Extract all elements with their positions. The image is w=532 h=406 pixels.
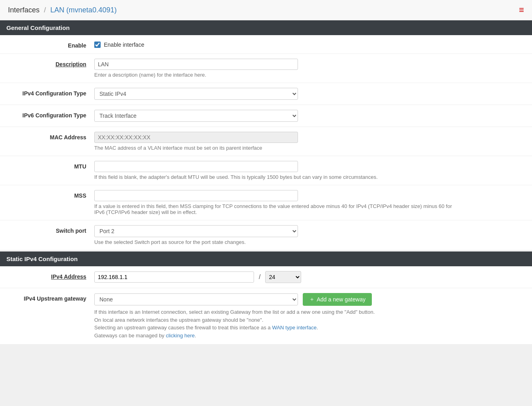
- breadcrumb-separator: /: [44, 6, 46, 14]
- ipv4-upstream-gateway-select[interactable]: None: [94, 293, 298, 305]
- breadcrumb-root: Interfaces: [8, 6, 40, 14]
- description-help: Enter a description (name) for the inter…: [94, 72, 454, 78]
- ipv6-config-type-row: IPv6 Configuration Type None Static IPv6…: [0, 105, 532, 127]
- switch-port-help: Use the selected Switch port as source f…: [94, 239, 454, 245]
- ipv4-config-type-select[interactable]: None Static IPv4 DHCP PPPoE: [94, 88, 298, 100]
- ipv6-config-type-label: IPv6 Configuration Type: [6, 110, 94, 119]
- breadcrumb: Interfaces / LAN (mvneta0.4091): [8, 6, 117, 14]
- mss-input[interactable]: [94, 190, 298, 201]
- switch-port-content: Port 1 Port 2 Port 3 Port 4 Use the sele…: [94, 225, 526, 245]
- switch-port-row: Switch port Port 1 Port 2 Port 3 Port 4 …: [0, 220, 532, 250]
- plus-icon: ＋: [309, 296, 315, 303]
- add-new-gateway-button[interactable]: ＋ Add a new gateway: [303, 293, 372, 306]
- ipv4-upstream-gateway-content: None ＋ Add a new gateway If this interfa…: [94, 293, 526, 339]
- mtu-input[interactable]: [94, 161, 298, 172]
- breadcrumb-current: LAN (mvneta0.4091): [50, 6, 117, 14]
- enable-row: Enable Enable interface: [0, 35, 532, 54]
- hamburger-icon[interactable]: ≡: [519, 5, 524, 15]
- mss-content: If a value is entered in this field, the…: [94, 190, 526, 215]
- mac-address-label: MAC Address: [6, 132, 94, 141]
- enable-content: Enable interface: [94, 40, 526, 48]
- mss-label: MSS: [6, 190, 94, 199]
- mtu-label: MTU: [6, 161, 94, 170]
- ipv6-config-type-content: None Static IPv6 DHCP6 Track Interface S…: [94, 110, 526, 122]
- slash-separator: /: [257, 273, 262, 281]
- general-config-header: General Configuration: [0, 20, 532, 35]
- enable-checkbox[interactable]: [94, 42, 101, 48]
- mtu-row: MTU If this field is blank, the adapter'…: [0, 156, 532, 185]
- ipv4-config-type-row: IPv4 Configuration Type None Static IPv4…: [0, 83, 532, 105]
- ipv4-upstream-gateway-label: IPv4 Upstream gateway: [6, 293, 94, 302]
- ipv6-config-type-select[interactable]: None Static IPv6 DHCP6 Track Interface S…: [94, 110, 298, 122]
- static-ipv4-panel: Static IPv4 Configuration IPv4 Address /…: [0, 252, 532, 344]
- mss-help: If a value is entered in this field, the…: [94, 203, 454, 215]
- mac-address-content: The MAC address of a VLAN interface must…: [94, 132, 526, 151]
- description-row: Description Enter a description (name) f…: [0, 54, 532, 83]
- gateway-help-text: If this interface is an Internet connect…: [94, 308, 454, 339]
- mtu-content: If this field is blank, the adapter's de…: [94, 161, 526, 180]
- add-gateway-label: Add a new gateway: [317, 296, 365, 303]
- ipv4-config-type-label: IPv4 Configuration Type: [6, 88, 94, 97]
- mac-address-input[interactable]: [94, 132, 298, 143]
- clicking-here-link[interactable]: clicking here: [166, 333, 195, 339]
- enable-label: Enable: [6, 40, 94, 49]
- mac-address-help: The MAC address of a VLAN interface must…: [94, 145, 454, 151]
- ipv4-address-row: IPv4 Address / 8 16 20 21 22 23 24 25 26…: [0, 266, 532, 288]
- static-ipv4-header: Static IPv4 Configuration: [0, 252, 532, 266]
- ipv4-upstream-gateway-row: IPv4 Upstream gateway None ＋ Add a new g…: [0, 288, 532, 344]
- mss-row: MSS If a value is entered in this field,…: [0, 185, 532, 220]
- switch-port-label: Switch port: [6, 225, 94, 234]
- cidr-select[interactable]: 8 16 20 21 22 23 24 25 26 27 28 29 30 32: [265, 271, 301, 283]
- ipv4-config-type-content: None Static IPv4 DHCP PPPoE: [94, 88, 526, 100]
- mac-address-row: MAC Address The MAC address of a VLAN in…: [0, 127, 532, 156]
- description-content: Enter a description (name) for the inter…: [94, 59, 526, 78]
- wan-type-interface-link[interactable]: WAN type interface: [272, 325, 317, 331]
- ipv4-address-content: / 8 16 20 21 22 23 24 25 26 27 28 29 30 …: [94, 271, 526, 283]
- switch-port-select[interactable]: Port 1 Port 2 Port 3 Port 4: [94, 225, 298, 237]
- general-config-panel: General Configuration Enable Enable inte…: [0, 20, 532, 250]
- ipv4-address-input[interactable]: [94, 271, 254, 283]
- mtu-help: If this field is blank, the adapter's de…: [94, 174, 454, 180]
- page-header: Interfaces / LAN (mvneta0.4091) ≡: [0, 0, 532, 20]
- enable-checkbox-label: Enable interface: [104, 42, 144, 48]
- ipv4-address-label: IPv4 Address: [6, 271, 94, 280]
- description-input[interactable]: [94, 59, 298, 70]
- description-label: Description: [6, 59, 94, 67]
